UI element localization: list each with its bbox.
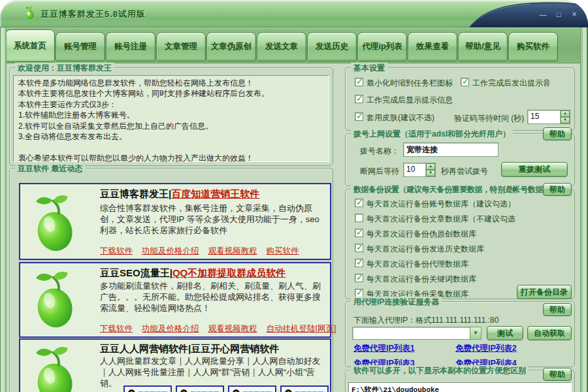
auto-login-link[interactable]: 自动挂机登陆[网页]	[267, 323, 336, 335]
qq-contact-badge[interactable]	[176, 385, 224, 392]
product-promo-link[interactable]: 百度知道营销王软件	[171, 188, 259, 199]
backup-rewrite-db-checkbox[interactable]	[355, 229, 363, 237]
product-promo-link[interactable]: QQ不加群提取群成员软件	[172, 267, 286, 278]
product-title: 豆豆SEO流量王|QQ不加群提取群成员软件	[100, 267, 286, 280]
tab-proxy-ip-list[interactable]: 代理ip列表	[357, 32, 407, 61]
bean-sprout-icon	[31, 346, 82, 392]
qq-penguin-icon	[284, 389, 293, 392]
free-proxy-list1-link[interactable]: 免费代理IP列表1	[353, 343, 415, 354]
spinner-down-icon[interactable]: ▼	[426, 170, 435, 176]
download-link[interactable]: 下载软件	[100, 246, 133, 257]
tab-article-manage[interactable]: 文章管理	[156, 32, 206, 61]
backup-rewrite-db-label: 每天首次运行备份伪原创数据库	[367, 229, 476, 240]
welcome-line: 本软件是多功能网络信息群发软件，帮助您轻松在网络上发布信息！	[18, 78, 324, 88]
qq-contact-badge[interactable]	[123, 385, 172, 392]
instance-path-value: F:\软件\21\doudouboke	[348, 382, 572, 392]
captcha-wait-spinner[interactable]: 15 ▲ ▼	[527, 110, 570, 124]
welcome-line: 3.全自动将信息发布发布出去。	[18, 131, 324, 142]
spinner-up-icon[interactable]: ▲	[426, 163, 435, 170]
backup-help-button[interactable]: 帮助	[543, 183, 572, 196]
finish-sound-checkbox[interactable]	[461, 78, 469, 86]
spinner-up-icon[interactable]: ▲	[561, 110, 570, 117]
product-name: 豆豆SEO流量王|	[100, 267, 172, 278]
qq-contact-badge[interactable]	[228, 385, 276, 392]
video-tutorial-link[interactable]: 观看视频教程	[208, 246, 257, 257]
instance-location-group: 软件可以多开，以下显示本副本的位置方便您区别 帮助 F:\软件\21\doudo…	[345, 370, 575, 392]
backup-keyword-db-checkbox[interactable]	[355, 274, 363, 282]
maximize-button[interactable]: □	[553, 9, 564, 20]
reconnect-wait-suffix: 秒再尝试拨号	[441, 166, 488, 177]
news-group: 豆豆软件 最近动态 豆豆博客群发王|百度知道营销王软件 综合性博客群发软件，集帐…	[9, 168, 333, 392]
minimize-to-tray-checkbox[interactable]	[355, 78, 363, 86]
proxy-ip-combobox[interactable]: ▼	[352, 327, 482, 340]
product-title: 豆豆人人网营销软件|豆豆开心网营销软件	[100, 343, 279, 355]
reconnect-wait-spinner[interactable]: 10 ▲ ▼	[403, 163, 436, 177]
qq-penguin-icon	[232, 389, 240, 392]
backup-proxy-db-checkbox[interactable]	[355, 259, 363, 267]
tab-effect-view[interactable]: 效果查看	[408, 32, 457, 61]
welcome-text-box: 本软件是多功能网络信息群发软件，帮助您轻松在网络上发布信息！ 本软件主要将信息发…	[13, 75, 329, 162]
tab-buy-software[interactable]: 购买软件	[508, 32, 558, 61]
reconnect-wait-label: 断网后等待	[360, 166, 399, 177]
proxy-group: 用代理IP连接验证服务器 帮助 下面输入代理IP：格式111.111.111.1…	[345, 301, 575, 367]
tab-account-register[interactable]: 账号注册	[106, 32, 155, 61]
backup-account-db-checkbox[interactable]	[355, 199, 363, 207]
product-links-row: 下载软件 功能及价格介绍 观看视频教程 购买软件	[100, 246, 299, 257]
dial-name-label: 拨号名称：	[360, 146, 399, 157]
features-price-link[interactable]: 功能及价格介绍	[142, 246, 199, 257]
free-proxy-list2-link[interactable]: 免费代理IP列表2	[455, 343, 517, 354]
proxy-auto-get-button[interactable]: 自动获取	[527, 326, 572, 340]
features-price-link[interactable]: 功能及价格介绍	[142, 323, 199, 335]
reconnect-wait-value[interactable]: 10	[404, 163, 425, 176]
tab-send-history[interactable]: 发送历史	[307, 32, 357, 61]
tab-system-home[interactable]: 系统首页	[5, 29, 55, 62]
tab-help-feedback[interactable]: 帮助/意见	[458, 32, 508, 61]
minimize-to-tray-label: 最小化时缩到任务栏图标	[367, 78, 453, 89]
proxy-ip-value[interactable]	[353, 327, 470, 339]
tab-account-manage[interactable]: 账号管理	[56, 32, 105, 61]
backup-article-db-label: 每天首次运行备份文章数据库（不建议勾选	[367, 214, 515, 225]
basic-settings-group: 基本设置 最小化时缩到任务栏图标 工作完成后发出提示音 工作完成后显示提示信息 …	[345, 67, 575, 131]
welcome-line: 1.软件辅助您注册各大博客账号。	[18, 110, 324, 120]
chevron-down-icon[interactable]: ▼	[470, 327, 481, 339]
dialup-settings-group: 拨号上网设置（适用于adsl和部分光纤用户） 帮助 拨号名称： 宽带连接 断网后…	[345, 133, 575, 186]
backup-article-db-checkbox[interactable]	[355, 214, 363, 222]
window-right-frame	[580, 27, 588, 392]
proxy-help-button[interactable]: 帮助	[543, 303, 572, 316]
instance-location-title: 软件可以多开，以下显示本副本的位置方便您区别	[351, 365, 529, 376]
backup-history-db-label: 每天首次运行备份发送历史数据库	[367, 244, 484, 255]
proxy-test-button[interactable]: 测试	[487, 326, 523, 340]
tab-send-article[interactable]: 发送文章	[257, 32, 306, 61]
welcome-line: 衷心希望本软件可以帮助您以最少的人力物力投入产出做大的效益！	[18, 153, 324, 163]
dialup-help-button[interactable]: 帮助	[543, 127, 572, 140]
main-tab-strip: 系统首页 账号管理 账号注册 文章管理 文章伪原创 发送文章 发送历史 代理ip…	[0, 27, 588, 63]
tab-article-rewrite[interactable]: 文章伪原创	[206, 32, 256, 61]
video-tutorial-link[interactable]: 观看视频教程	[208, 323, 257, 335]
minimize-button[interactable]: —	[537, 9, 549, 20]
captcha-wait-value[interactable]: 15	[528, 110, 560, 123]
backup-history-db-checkbox[interactable]	[355, 244, 363, 252]
finish-message-checkbox[interactable]	[355, 95, 363, 103]
spinner-arrows: ▲ ▼	[560, 110, 570, 123]
product-description: 综合性博客群发软件，集帐号注册，文章采集，自动伪原创，文章发送，代理IP 等等众…	[100, 203, 325, 236]
captcha-wait-label: 验证码等待时间 (秒)	[454, 113, 524, 124]
use-skin-checkbox[interactable]	[355, 112, 363, 121]
location-help-button[interactable]: 帮助	[543, 368, 572, 381]
welcome-line: 本软件主要运作方式仅3步：	[18, 99, 324, 110]
redial-test-button[interactable]: 重拨测试	[501, 162, 568, 177]
basic-settings-title: 基本设置	[351, 63, 387, 74]
open-backup-dir-button[interactable]: 打开备份目录	[517, 285, 572, 299]
bean-sprout-icon	[31, 195, 82, 253]
close-button[interactable]: ×	[568, 9, 580, 20]
qq-contact-badge[interactable]	[280, 385, 329, 392]
news-item-seo-traffic-king: 豆豆SEO流量王|QQ不加群提取群成员软件 多功能刷流量软件，刷排名、刷相关、刷…	[19, 262, 331, 338]
dial-name-input[interactable]: 宽带连接	[403, 142, 498, 157]
news-item-renren-marketing: 豆豆人人网营销软件|豆豆开心网营销软件 人人网批量群发文章｜人人网批量分享｜人人…	[19, 338, 331, 392]
welcome-line: 2.软件可以全自动采集文章然后您加上自己的广告信息。	[18, 121, 324, 131]
backup-settings-title: 数据备份设置（建议每天备份重要数据，特别是帐号数据）	[351, 184, 553, 195]
backup-account-db-label: 每天首次运行备份账号数据库（建议勾选）	[367, 199, 515, 210]
download-link[interactable]: 下载软件	[100, 323, 133, 335]
buy-link[interactable]: 购买软件	[267, 246, 299, 257]
welcome-group: 欢迎使用：豆豆博客群发王 本软件是多功能网络信息群发软件，帮助您轻松在网络上发布…	[9, 67, 333, 166]
spinner-down-icon[interactable]: ▼	[561, 117, 570, 123]
